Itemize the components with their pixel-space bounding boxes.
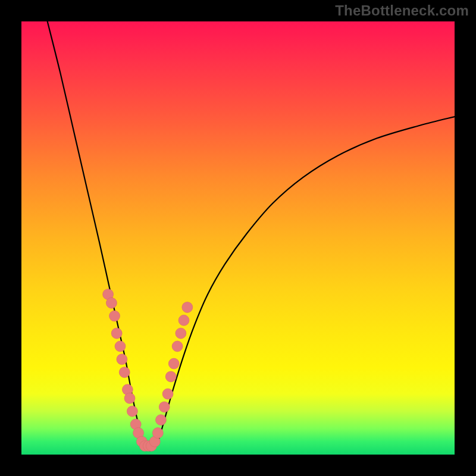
chart-frame: TheBottleneck.com — [0, 0, 476, 476]
data-marker — [119, 367, 130, 378]
chart-svg — [21, 21, 455, 455]
data-marker — [117, 354, 127, 365]
watermark-text: TheBottleneck.com — [335, 2, 469, 19]
data-marker — [168, 358, 179, 369]
data-marker — [172, 341, 183, 352]
data-marker — [178, 315, 189, 325]
plot-area — [21, 21, 455, 455]
data-marker — [152, 428, 163, 439]
data-marker — [155, 415, 166, 425]
data-marker — [106, 298, 117, 308]
curve-line — [48, 21, 455, 450]
data-marker — [176, 328, 186, 339]
data-marker — [109, 311, 120, 321]
data-marker — [111, 328, 122, 339]
data-marker — [165, 371, 176, 382]
data-marker — [127, 406, 137, 416]
data-marker — [124, 393, 135, 403]
data-marker — [159, 402, 170, 412]
data-marker — [115, 341, 126, 352]
data-marker — [182, 302, 193, 312]
data-marker — [162, 389, 173, 399]
